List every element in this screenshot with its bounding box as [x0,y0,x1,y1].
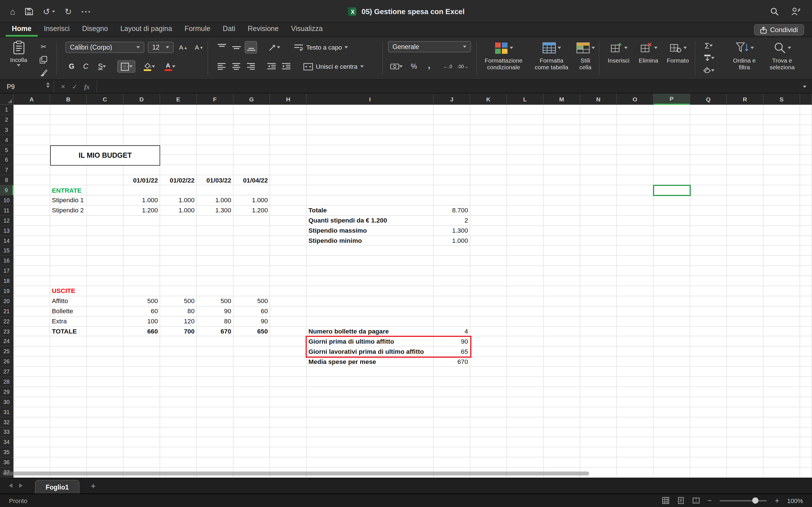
cell-C34[interactable] [87,438,123,448]
cell-F14[interactable] [197,236,234,246]
cell-L26[interactable] [507,357,544,367]
cell-N20[interactable] [580,296,617,306]
cell-A35[interactable] [13,448,50,458]
cell-H11[interactable] [270,206,307,216]
cell-H19[interactable] [270,286,307,296]
cell-F25[interactable] [197,347,234,357]
cell-D1[interactable] [123,105,160,115]
cell-P20[interactable] [654,296,690,306]
cell-Q5[interactable] [690,145,727,155]
cell-R5[interactable] [727,145,763,155]
cell-G5[interactable] [234,145,270,155]
cell-J15[interactable] [434,246,470,256]
cell-C31[interactable] [87,407,123,417]
cell-S25[interactable] [763,347,800,357]
align-top-button[interactable] [215,41,228,54]
cell-N28[interactable] [580,377,617,387]
cell-G19[interactable] [234,286,270,296]
cell-R28[interactable] [727,377,763,387]
cell-K11[interactable] [470,206,507,216]
undo-button[interactable]: ↺ [43,7,55,15]
cell-K12[interactable] [470,216,507,226]
cell-E2[interactable] [160,115,197,125]
cell-D8[interactable]: 01/01/22 [123,175,160,185]
cell-B3[interactable] [50,125,87,135]
cell-J32[interactable] [434,417,470,427]
cell-R23[interactable] [727,327,763,337]
cell-L7[interactable] [507,165,544,175]
cell-styles-button[interactable]: Stili cella [573,41,597,71]
cell-G14[interactable] [234,236,270,246]
row-header-8[interactable]: 8 [0,175,13,185]
cell-I9[interactable] [307,185,434,195]
cell-E6[interactable] [160,155,197,165]
cell-Q8[interactable] [690,175,727,185]
format-cells-button[interactable]: Formato [664,41,691,64]
tab-formule[interactable]: Formule [178,22,216,37]
cell-I35[interactable] [307,448,434,458]
cell-G1[interactable] [234,105,270,115]
cell-K2[interactable] [470,115,507,125]
cell-G23[interactable]: 650 [234,327,270,337]
cell-O27[interactable] [617,367,654,377]
cell-P3[interactable] [654,125,690,135]
cell-E18[interactable] [160,276,197,286]
column-header-S[interactable]: S [763,94,800,105]
row-header-30[interactable]: 30 [0,397,13,407]
cell-D34[interactable] [123,438,160,448]
cell-H3[interactable] [270,125,307,135]
cell-I6[interactable] [307,155,434,165]
cell-E17[interactable] [160,266,197,276]
cell-O30[interactable] [617,397,654,407]
cell-J19[interactable] [434,286,470,296]
cell-D14[interactable] [123,236,160,246]
cell-E5[interactable] [160,145,197,155]
cell-P34[interactable] [654,438,690,448]
tab-visualizza[interactable]: Visualizza [285,22,329,37]
cell-I24[interactable]: Giorni prima di ultimo affitto [307,337,434,347]
cell-H22[interactable] [270,316,307,327]
cell-C24[interactable] [87,337,123,347]
cell-I11[interactable]: Totale [307,206,434,216]
cell-H13[interactable] [270,226,307,236]
cell-S3[interactable] [763,125,800,135]
tab-disegno[interactable]: Disegno [76,22,114,37]
cell-Q24[interactable] [690,337,727,347]
cell-O33[interactable] [617,427,654,438]
cell-G17[interactable] [234,266,270,276]
cell-G29[interactable] [234,387,270,397]
cell-D30[interactable] [123,397,160,407]
cell-F7[interactable] [197,165,234,175]
cell-P18[interactable] [654,276,690,286]
cell-G7[interactable] [234,165,270,175]
cell-K7[interactable] [470,165,507,175]
cell-N27[interactable] [580,367,617,377]
cell-J29[interactable] [434,387,470,397]
cell-N11[interactable] [580,206,617,216]
font-name-select[interactable]: Calibri (Corpo) [65,42,144,53]
cell-P7[interactable] [654,165,690,175]
cell-I12[interactable]: Quanti stipendi da € 1.200 [307,216,434,226]
cell-K16[interactable] [470,256,507,266]
cell-M12[interactable] [544,216,580,226]
cell-J33[interactable] [434,427,470,438]
cell-G11[interactable]: 1.200 [234,206,270,216]
cell-L18[interactable] [507,276,544,286]
formula-bar-expand-icon[interactable] [803,80,812,93]
cell-N24[interactable] [580,337,617,347]
cell-J5[interactable] [434,145,470,155]
cell-N34[interactable] [580,438,617,448]
cell-P26[interactable] [654,357,690,367]
cell-Q25[interactable] [690,347,727,357]
cell-I4[interactable] [307,135,434,145]
select-all-corner[interactable] [0,94,13,105]
cell-R32[interactable] [727,417,763,427]
cell-E26[interactable] [160,357,197,367]
cell-F21[interactable]: 90 [197,306,234,317]
cell-S32[interactable] [763,417,800,427]
cell-L27[interactable] [507,367,544,377]
cell-I16[interactable] [307,256,434,266]
cell-B19[interactable]: USCITE [50,286,87,296]
cell-J22[interactable] [434,316,470,327]
cell-I19[interactable] [307,286,434,296]
